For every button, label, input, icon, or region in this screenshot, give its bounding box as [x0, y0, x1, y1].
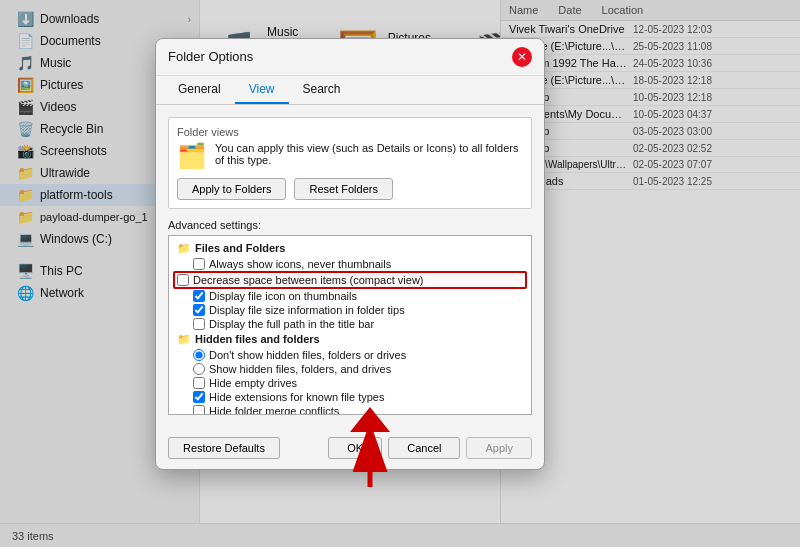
cancel-button[interactable]: Cancel	[388, 437, 460, 459]
setting-always-show-icons[interactable]: Always show icons, never thumbnails	[173, 257, 527, 271]
display-file-size-checkbox[interactable]	[193, 304, 205, 316]
tab-search[interactable]: Search	[289, 76, 355, 104]
folder-views-section: Folder views 🗂️ You can apply this view …	[168, 117, 532, 209]
hide-empty-drives-label: Hide empty drives	[209, 377, 297, 389]
modal-overlay: Folder Options ✕ General View Search Fol…	[0, 0, 800, 547]
setting-hide-folder-merge[interactable]: Hide folder merge conflicts	[173, 404, 527, 415]
folder-options-dialog: Folder Options ✕ General View Search Fol…	[155, 38, 545, 470]
tab-general[interactable]: General	[164, 76, 235, 104]
compact-view-label: Decrease space between items (compact vi…	[193, 274, 423, 286]
display-full-path-label: Display the full path in the title bar	[209, 318, 374, 330]
setting-show-hidden[interactable]: Show hidden files, folders, and drives	[173, 362, 527, 376]
always-show-icons-label: Always show icons, never thumbnails	[209, 258, 391, 270]
show-hidden-radio[interactable]	[193, 363, 205, 375]
modal-close-button[interactable]: ✕	[512, 47, 532, 67]
apply-to-folders-button[interactable]: Apply to Folders	[177, 178, 286, 200]
hide-empty-drives-checkbox[interactable]	[193, 377, 205, 389]
setting-dont-show-hidden[interactable]: Don't show hidden files, folders or driv…	[173, 348, 527, 362]
restore-defaults-button[interactable]: Restore Defaults	[168, 437, 280, 459]
dont-show-hidden-label: Don't show hidden files, folders or driv…	[209, 349, 406, 361]
dont-show-hidden-radio[interactable]	[193, 349, 205, 361]
tab-view[interactable]: View	[235, 76, 289, 104]
apply-button[interactable]: Apply	[466, 437, 532, 459]
display-file-size-label: Display file size information in folder …	[209, 304, 405, 316]
folder-views-title: Folder views	[177, 126, 523, 138]
setting-display-full-path[interactable]: Display the full path in the title bar	[173, 317, 527, 331]
modal-title: Folder Options	[168, 49, 253, 64]
folder-views-buttons: Apply to Folders Reset Folders	[177, 178, 523, 200]
always-show-icons-checkbox[interactable]	[193, 258, 205, 270]
display-file-icon-checkbox[interactable]	[193, 290, 205, 302]
display-full-path-checkbox[interactable]	[193, 318, 205, 330]
folder-views-icon: 🗂️	[177, 142, 207, 170]
modal-titlebar: Folder Options ✕	[156, 39, 544, 76]
setting-hide-empty-drives[interactable]: Hide empty drives	[173, 376, 527, 390]
modal-body: Folder views 🗂️ You can apply this view …	[156, 105, 544, 437]
reset-folders-button[interactable]: Reset Folders	[294, 178, 392, 200]
modal-footer: Restore Defaults OK Cancel Apply	[156, 437, 544, 469]
files-and-folders-group: 📁 Files and Folders	[173, 240, 527, 257]
setting-display-file-icon[interactable]: Display file icon on thumbnails	[173, 289, 527, 303]
show-hidden-label: Show hidden files, folders, and drives	[209, 363, 391, 375]
modal-tabs: General View Search	[156, 76, 544, 105]
hide-folder-merge-label: Hide folder merge conflicts	[209, 405, 339, 415]
display-file-icon-label: Display file icon on thumbnails	[209, 290, 357, 302]
hidden-group-icon: 📁	[177, 333, 191, 346]
compact-view-checkbox[interactable]	[177, 274, 189, 286]
ok-button[interactable]: OK	[328, 437, 382, 459]
folder-group-icon: 📁	[177, 242, 191, 255]
advanced-settings-box[interactable]: 📁 Files and Folders Always show icons, n…	[168, 235, 532, 415]
advanced-settings-label: Advanced settings:	[168, 219, 532, 231]
hide-extensions-label: Hide extensions for known file types	[209, 391, 384, 403]
setting-compact-view[interactable]: Decrease space between items (compact vi…	[173, 271, 527, 289]
hide-folder-merge-checkbox[interactable]	[193, 405, 205, 415]
folder-views-desc: 🗂️ You can apply this view (such as Deta…	[177, 142, 523, 170]
hidden-files-group: 📁 Hidden files and folders	[173, 331, 527, 348]
setting-hide-extensions[interactable]: Hide extensions for known file types	[173, 390, 527, 404]
hide-extensions-checkbox[interactable]	[193, 391, 205, 403]
setting-display-file-size[interactable]: Display file size information in folder …	[173, 303, 527, 317]
